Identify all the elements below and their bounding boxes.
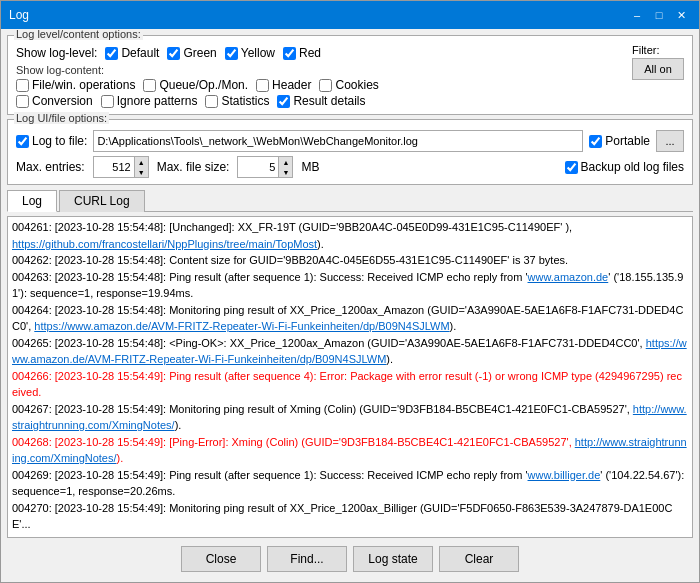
log-file-section-label: Log UI/file options: (14, 112, 109, 124)
checkbox-file-win[interactable]: File/win. operations (16, 78, 135, 92)
log-line: 004267: [2023-10-28 15:54:49]: Monitorin… (12, 401, 688, 434)
log-link[interactable]: https://www.amazon.de/AVM-FRITZ-Repeater… (34, 320, 449, 332)
max-file-size-label: Max. file size: (157, 160, 230, 174)
maximize-button[interactable]: □ (649, 5, 669, 25)
cb-result-input[interactable] (277, 95, 290, 108)
portable-check[interactable]: Portable (589, 134, 650, 148)
max-entries-spin-btns: ▲ ▼ (134, 157, 148, 177)
tab-log[interactable]: Log (7, 190, 57, 212)
checkbox-queue[interactable]: Queue/Op./Mon. (143, 78, 248, 92)
log-link[interactable]: www.amazon.de (528, 271, 609, 283)
file-options-row: Log to file: Portable ... (16, 130, 684, 152)
checkbox-header[interactable]: Header (256, 78, 311, 92)
checkbox-yellow[interactable]: Yellow (225, 46, 275, 60)
window-controls: – □ ✕ (627, 5, 691, 25)
max-file-size-spinner: ▲ ▼ (237, 156, 293, 178)
backup-label: Backup old log files (581, 160, 684, 174)
log-to-file-input[interactable] (16, 135, 29, 148)
cb-green-input[interactable] (167, 47, 180, 60)
checkbox-result[interactable]: Result details (277, 94, 365, 108)
checkbox-red[interactable]: Red (283, 46, 321, 60)
log-link[interactable]: https://www.amazon.de/AVM-FRITZ-Repeater… (12, 337, 687, 366)
tabs-row: Log CURL Log (7, 189, 693, 212)
max-entries-label: Max. entries: (16, 160, 85, 174)
log-line: 004262: [2023-10-28 15:54:48]: Content s… (12, 252, 688, 269)
log-link[interactable]: https://github.com/francostellari/NppPlu… (12, 238, 317, 250)
cb-yellow-input[interactable] (225, 47, 238, 60)
window-title: Log (9, 8, 29, 22)
show-log-level-row: Show log-level: Default Green Yellow (16, 46, 626, 60)
log-link[interactable]: http://www.straightrunning.com/XmingNote… (12, 436, 687, 465)
checkbox-ignore[interactable]: Ignore patterns (101, 94, 198, 108)
cb-cookies-label: Cookies (335, 78, 378, 92)
log-to-file-check[interactable]: Log to file: (16, 134, 87, 148)
log-link[interactable]: www.billiger.de (528, 469, 601, 481)
cb-red-input[interactable] (283, 47, 296, 60)
max-entries-down-btn[interactable]: ▼ (134, 167, 148, 177)
log-state-button[interactable]: Log state (353, 546, 433, 572)
find-button[interactable]: Find... (267, 546, 347, 572)
log-line-red: 004266: [2023-10-28 15:54:49]: Ping resu… (12, 368, 688, 401)
cb-statistics-input[interactable] (205, 95, 218, 108)
cb-file-win-label: File/win. operations (32, 78, 135, 92)
log-level-section: Log level/content options: Show log-leve… (7, 35, 693, 115)
cb-default-label: Default (121, 46, 159, 60)
main-window: Log – □ ✕ Log level/content options: Sho… (0, 0, 700, 583)
log-to-file-label: Log to file: (32, 134, 87, 148)
cb-yellow-label: Yellow (241, 46, 275, 60)
mb-label: MB (301, 160, 319, 174)
checkbox-cookies[interactable]: Cookies (319, 78, 378, 92)
clear-button[interactable]: Clear (439, 546, 519, 572)
max-entries-row: Max. entries: ▲ ▼ Max. file size: ▲ ▼ (16, 156, 684, 178)
show-log-content-label: Show log-content: (16, 64, 626, 76)
cb-statistics-label: Statistics (221, 94, 269, 108)
log-content-area[interactable]: 004261: [2023-10-28 15:54:48]: [Unchange… (7, 216, 693, 538)
max-file-size-input[interactable] (238, 157, 278, 177)
browse-button[interactable]: ... (656, 130, 684, 152)
portable-input[interactable] (589, 135, 602, 148)
log-line: 004265: [2023-10-28 15:54:48]: <Ping-OK>… (12, 335, 688, 368)
max-file-size-spin-btns: ▲ ▼ (278, 157, 292, 177)
main-content: Log level/content options: Show log-leve… (1, 29, 699, 582)
max-entries-input[interactable] (94, 157, 134, 177)
cb-red-label: Red (299, 46, 321, 60)
checkbox-statistics[interactable]: Statistics (205, 94, 269, 108)
cb-header-input[interactable] (256, 79, 269, 92)
checkbox-conversion[interactable]: Conversion (16, 94, 93, 108)
log-link[interactable]: http://www.straightrunning.com/XmingNote… (12, 403, 687, 432)
cb-conversion-input[interactable] (16, 95, 29, 108)
cb-green-label: Green (183, 46, 216, 60)
filter-all-on-button[interactable]: All on (632, 58, 684, 80)
cb-cookies-input[interactable] (319, 79, 332, 92)
filter-label: Filter: (632, 44, 660, 56)
cb-default-input[interactable] (105, 47, 118, 60)
backup-check[interactable]: Backup old log files (565, 160, 684, 174)
log-file-path-input[interactable] (93, 130, 583, 152)
tab-curl[interactable]: CURL Log (59, 190, 145, 212)
log-line: 004264: [2023-10-28 15:54:48]: Monitorin… (12, 302, 688, 335)
backup-input[interactable] (565, 161, 578, 174)
log-line: 004270: [2023-10-28 15:54:49]: Monitorin… (12, 500, 688, 533)
close-button[interactable]: Close (181, 546, 261, 572)
max-file-size-down-btn[interactable]: ▼ (278, 167, 292, 177)
close-window-button[interactable]: ✕ (671, 5, 691, 25)
cb-result-label: Result details (293, 94, 365, 108)
log-line: 004261: [2023-10-28 15:54:48]: [Unchange… (12, 219, 688, 236)
bottom-bar: Close Find... Log state Clear (7, 542, 693, 576)
log-line: 004269: [2023-10-28 15:54:49]: Ping resu… (12, 467, 688, 500)
log-options-row: Show log-level: Default Green Yellow (16, 44, 684, 108)
max-entries-up-btn[interactable]: ▲ (134, 157, 148, 167)
cb-conversion-label: Conversion (32, 94, 93, 108)
show-log-level-label: Show log-level: (16, 46, 97, 60)
cb-file-win-input[interactable] (16, 79, 29, 92)
portable-label: Portable (605, 134, 650, 148)
log-content-row1: File/win. operations Queue/Op./Mon. Head… (16, 78, 626, 92)
minimize-button[interactable]: – (627, 5, 647, 25)
checkbox-green[interactable]: Green (167, 46, 216, 60)
checkbox-default[interactable]: Default (105, 46, 159, 60)
cb-queue-input[interactable] (143, 79, 156, 92)
log-level-section-label: Log level/content options: (14, 29, 143, 40)
max-file-size-up-btn[interactable]: ▲ (278, 157, 292, 167)
cb-ignore-input[interactable] (101, 95, 114, 108)
cb-ignore-label: Ignore patterns (117, 94, 198, 108)
